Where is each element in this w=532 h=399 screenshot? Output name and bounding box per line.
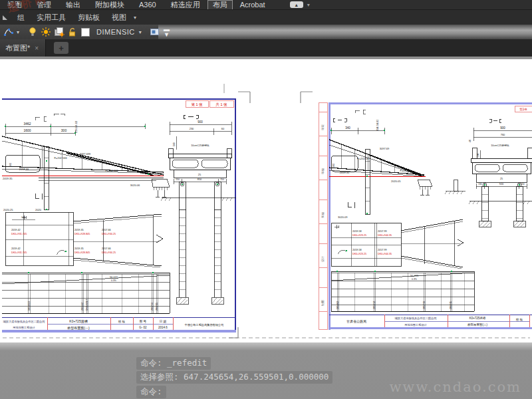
layer-dropdown-icon[interactable]: ▾ [139, 29, 142, 35]
dim-sec: 760 [501, 133, 505, 136]
dim-sec: 40 [469, 140, 471, 142]
profile-grade: 50.015 [110, 275, 118, 279]
tb-header: 图 号 [140, 320, 147, 323]
command-prompt-input[interactable]: 命令: [136, 386, 166, 398]
stamp-text: 共 1 张 [215, 102, 227, 107]
dim-560: 560 [9, 163, 12, 167]
polyline-edit-icon[interactable] [3, 27, 14, 37]
tb-project: 城际大道连接线及合作区二期合同 [394, 317, 437, 321]
station-elev: 2057.99 [378, 230, 387, 233]
dim-340: 340 [345, 126, 350, 130]
margin-label: 审核 [321, 168, 325, 175]
profile-col: 1054.02 [336, 301, 339, 309]
dim-300: 300 [61, 128, 67, 132]
tb-header: 日 期 [160, 320, 167, 323]
ribbon-tab-addins[interactable]: 附加模块 [88, 1, 132, 9]
label-elev: 3097.69 [380, 147, 390, 150]
tb-header: 校 核 [118, 320, 126, 323]
autocad-window: 视图 管理 输出 附加模块 A360 精选应用 布局 Acrobat ▲ ▾ 组… [0, 0, 532, 399]
layer-color-swatch[interactable] [80, 27, 91, 37]
panel-chevron-icon[interactable]: ▾ [134, 15, 136, 21]
station-elev: 2059.42 [11, 247, 21, 250]
panel-clipboard[interactable]: 剪贴板 [72, 13, 106, 23]
panel-utilities[interactable]: 实用工具 [31, 13, 72, 23]
ribbon-tab-output[interactable]: 输出 [59, 1, 88, 9]
ribbon-tab-a360[interactable]: A360 [132, 1, 164, 9]
dim-sec: 900 [500, 126, 505, 130]
ribbon-minimize-dropdown-icon[interactable]: ▾ [307, 2, 310, 8]
station-elev: 2057.66 [102, 247, 111, 250]
dim-cap: 25 [500, 178, 503, 180]
sheet-frame [329, 102, 532, 330]
tb-drawing-name: 桥型布置图(二) [467, 323, 487, 327]
file-tab-bar: 布置图* × + [0, 39, 532, 57]
profile-grade: 0.3% [412, 278, 417, 281]
dim-bearing: 130 [478, 183, 482, 186]
ribbon-panel-bar: 组 实用工具 剪贴板 视图 ▾ [0, 9, 532, 25]
margin-label: 制图 [321, 300, 325, 306]
label-elev: 2020.25 [3, 208, 13, 211]
vp-freeze-icon[interactable] [54, 27, 65, 37]
label-elev: 3020.06 [130, 184, 140, 187]
tb-project: 用地范围工程设计 [13, 326, 35, 329]
profile-grade: 50.015 [410, 274, 419, 277]
station-chainage: DK0+931.745 [11, 233, 27, 235]
plan-view [331, 219, 464, 269]
dim-plan: 130 [21, 216, 25, 219]
layer-thaw-sun-icon[interactable] [41, 27, 51, 37]
new-tab-button[interactable]: + [54, 42, 68, 54]
margin-label: 审定 [321, 124, 325, 131]
layer-on-bulb-icon[interactable] [27, 27, 38, 37]
panel-view[interactable]: 视图 [106, 13, 132, 23]
margin-label: 设计 [321, 256, 325, 263]
profile-col: 1054.023 [28, 301, 31, 311]
profile-col: 2059.58 [373, 301, 376, 309]
ribbon-tab-bar: 视图 管理 输出 附加模块 A360 精选应用 布局 Acrobat ▲ ▾ [0, 0, 532, 9]
profile-col: 2062.15 [156, 303, 158, 311]
profile-grade: 0.3% [111, 279, 116, 282]
tb-company: 中国公路工程咨询集团有限公司 [185, 323, 224, 327]
ribbon-tab-acrobat[interactable]: Acrobat [233, 1, 273, 9]
layout-canvas[interactable]: 第 1 张 共 1 张 3462 1600 300 034-04-02 [0, 59, 532, 342]
file-tab-close-icon[interactable]: × [35, 45, 39, 52]
file-tab-layout[interactable]: 布置图* × [0, 39, 46, 57]
ribbon-minimize-group: ▲ ▾ [290, 1, 310, 8]
station-chainage: DK0+928.845 [74, 251, 90, 254]
ribbon-tab-layout-active[interactable]: 布局 [207, 0, 233, 10]
ribbon-minimize-button[interactable]: ▲ [290, 1, 303, 8]
dim-sec: 160 [477, 153, 479, 157]
label-elev: 3020.09 [338, 215, 348, 219]
toolbar-dock: ▾ DIMENSIC ▾ ▬▼ [0, 25, 532, 39]
layer-toolbar: ▾ DIMENSIC ▾ [0, 25, 158, 39]
tb-value: 2014.6 [158, 326, 168, 329]
label-pavement: 10cmC25砼铺装 [191, 144, 209, 147]
tb-project: 用地范围工程设计 [404, 323, 427, 327]
unlock-icon[interactable] [67, 27, 78, 37]
tb-value: G- 02 [139, 326, 147, 329]
station-elev: 2059.35 [74, 247, 84, 250]
label-elev: F=202.56 [357, 157, 369, 160]
layer-name-field[interactable]: DIMENSIC [96, 28, 135, 36]
command-line-area: 命令: _refedit 选择参照: 647.245654,26.559501,… [0, 342, 532, 399]
toolbar-collapse-icon[interactable]: ▬▼ [164, 27, 170, 37]
file-tab-label: 布置图* [5, 43, 30, 53]
plan-view [5, 212, 163, 267]
ribbon-tab-featured[interactable]: 精选应用 [164, 1, 207, 9]
dim-cap: 25 [198, 173, 201, 176]
girder-elevation [2, 136, 170, 209]
dim-bearing: 150 [176, 178, 180, 181]
dim-note: 034-34-02 [376, 120, 379, 131]
label-elev: F=202.566 [105, 169, 118, 172]
cross-section: 900 230 60 160 10cmC25砼铺装 [161, 115, 236, 304]
dim-bearing: 920 [499, 183, 503, 186]
label-elev: 2020 [35, 208, 42, 211]
polyline-dropdown-icon[interactable]: ▾ [17, 29, 19, 35]
page-stamps: 第 1 张 共 1 张 [186, 100, 233, 107]
profile-col: 2057.99 [423, 301, 426, 309]
dim-sec: 900 [198, 120, 203, 124]
tb-project: 城际大道连接线及合作区二期合同 [3, 320, 45, 324]
station-elev: 2057.66 [102, 229, 111, 231]
viewport-icon[interactable] [150, 27, 160, 37]
label-elev: 2020.05 [391, 180, 401, 183]
sheet-right: 审定 审核 复核 设计 制图 第1张 [318, 101, 532, 331]
